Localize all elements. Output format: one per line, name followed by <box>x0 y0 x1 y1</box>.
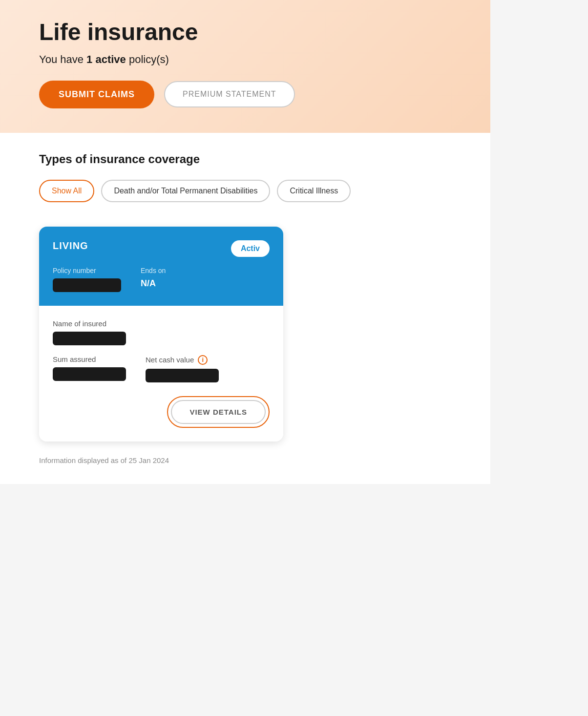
policy-type: LIVING <box>53 240 88 252</box>
premium-statement-button[interactable]: PREMIUM STATEMENT <box>164 81 295 107</box>
sum-assured-label: Sum assured <box>53 355 126 363</box>
net-cash-value-redacted <box>146 369 219 382</box>
card-header: LIVING Activ Policy number Ends on N/A <box>39 227 283 306</box>
policy-number-field: Policy number <box>53 267 121 292</box>
coverage-section-title: Types of insurance coverage <box>39 152 451 166</box>
name-of-insured-field: Name of insured <box>53 319 270 345</box>
ends-on-label: Ends on <box>141 267 166 274</box>
card-header-top: LIVING Activ <box>53 240 270 257</box>
filter-show-all[interactable]: Show All <box>39 180 94 202</box>
view-details-wrapper: VIEW DETAILS <box>53 396 270 428</box>
policy-number-redacted <box>53 278 121 292</box>
card-header-fields: Policy number Ends on N/A <box>53 267 270 292</box>
ends-on-field: Ends on N/A <box>141 267 166 289</box>
subtitle-count: 1 active <box>86 53 126 65</box>
sum-assured-redacted <box>53 367 126 381</box>
page-title: Life insurance <box>39 20 451 45</box>
policy-card: LIVING Activ Policy number Ends on N/A N… <box>39 227 283 442</box>
policy-number-label: Policy number <box>53 267 121 274</box>
filter-death-disability[interactable]: Death and/or Total Permanent Disabilitie… <box>101 180 270 202</box>
filter-row: Show All Death and/or Total Permanent Di… <box>39 180 451 202</box>
footer-note: Information displayed as of 25 Jan 2024 <box>39 456 451 464</box>
subtitle: You have 1 active policy(s) <box>39 53 451 66</box>
two-col-fields: Sum assured Net cash value i <box>53 355 270 382</box>
name-of-insured-redacted <box>53 332 126 345</box>
ends-on-value: N/A <box>141 278 166 289</box>
header-section: Life insurance You have 1 active policy(… <box>0 0 490 133</box>
submit-claims-button[interactable]: SUBMIT CLAIMS <box>39 81 154 108</box>
main-section: Types of insurance coverage Show All Dea… <box>0 133 490 484</box>
net-cash-value-label-row: Net cash value i <box>146 355 219 365</box>
view-details-outer-border: VIEW DETAILS <box>167 396 270 428</box>
net-cash-info-icon[interactable]: i <box>198 355 208 365</box>
subtitle-prefix: You have <box>39 53 86 65</box>
name-of-insured-label: Name of insured <box>53 319 270 328</box>
status-badge: Activ <box>231 240 270 257</box>
filter-critical-illness[interactable]: Critical Illness <box>277 180 351 202</box>
net-cash-value-label: Net cash value <box>146 356 194 364</box>
subtitle-suffix: policy(s) <box>126 53 169 65</box>
net-cash-value-field: Net cash value i <box>146 355 219 382</box>
sum-assured-field: Sum assured <box>53 355 126 381</box>
view-details-button[interactable]: VIEW DETAILS <box>171 400 266 424</box>
action-button-row: SUBMIT CLAIMS PREMIUM STATEMENT <box>39 81 451 108</box>
card-body: Name of insured Sum assured Net cash val… <box>39 306 283 442</box>
